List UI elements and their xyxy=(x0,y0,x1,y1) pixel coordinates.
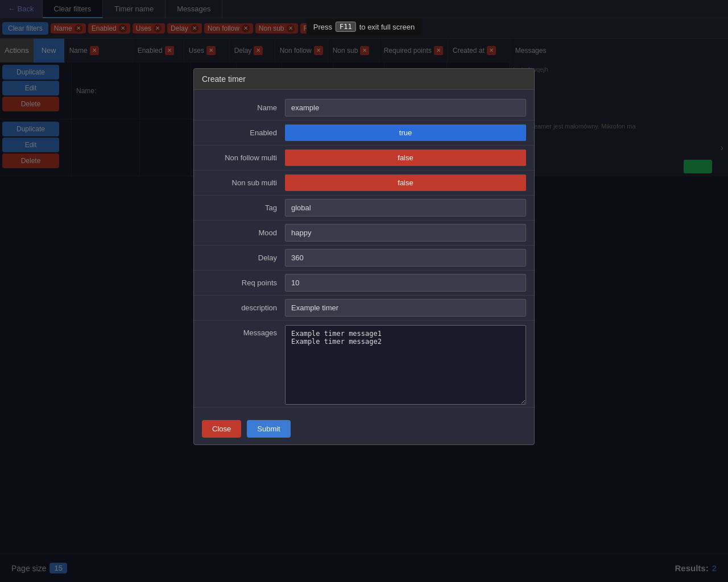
submit-button[interactable]: Submit xyxy=(247,420,290,438)
form-row-non-follow-multi: Non follow multi false xyxy=(194,146,534,171)
toggle-enabled[interactable]: true xyxy=(285,124,526,141)
form-row-req-points: Req points xyxy=(194,271,534,296)
form-row-delay: Delay xyxy=(194,246,534,271)
control-name xyxy=(285,99,526,117)
f11-key: F11 xyxy=(336,22,356,32)
control-tag xyxy=(285,199,526,217)
label-enabled: Enabled xyxy=(194,128,285,137)
label-name: Name xyxy=(194,103,285,112)
label-req-points: Req points xyxy=(194,278,285,287)
input-mood[interactable] xyxy=(285,224,526,242)
label-delay: Delay xyxy=(194,253,285,262)
modal-footer: Close Submit xyxy=(194,413,534,444)
form-row-non-sub-multi: Non sub multi false xyxy=(194,171,534,196)
control-mood xyxy=(285,224,526,242)
label-tag: Tag xyxy=(194,203,285,212)
control-description xyxy=(285,299,526,317)
control-non-sub-multi: false xyxy=(285,174,526,191)
form-row-enabled: Enabled true xyxy=(194,120,534,146)
form-row-tag: Tag xyxy=(194,196,534,221)
modal-body: Name Enabled true Non follow multi false… xyxy=(194,90,534,413)
label-mood: Mood xyxy=(194,228,285,237)
create-timer-modal: Create timer Name Enabled true Non follo… xyxy=(193,68,535,445)
input-delay[interactable] xyxy=(285,249,526,267)
fullscreen-notice: Press F11 to exit full screen xyxy=(307,18,421,35)
input-description[interactable] xyxy=(285,299,526,317)
form-row-mood: Mood xyxy=(194,221,534,246)
notice-suffix: to exit full screen xyxy=(359,23,415,31)
textarea-messages[interactable]: Example timer message1 Example timer mes… xyxy=(285,325,526,405)
form-row-messages: Messages Example timer message1 Example … xyxy=(194,321,534,408)
input-tag[interactable] xyxy=(285,199,526,217)
modal-title: Create timer xyxy=(194,69,534,90)
label-non-sub-multi: Non sub multi xyxy=(194,178,285,187)
close-button[interactable]: Close xyxy=(202,420,241,438)
label-messages: Messages xyxy=(194,325,285,337)
control-delay xyxy=(285,249,526,267)
notice-prefix: Press xyxy=(313,23,332,31)
form-row-description: description xyxy=(194,296,534,321)
control-enabled: true xyxy=(285,124,526,141)
input-name[interactable] xyxy=(285,99,526,117)
form-row-name: Name xyxy=(194,95,534,120)
input-req-points[interactable] xyxy=(285,274,526,292)
label-description: description xyxy=(194,304,285,312)
label-non-follow-multi: Non follow multi xyxy=(194,153,285,162)
control-req-points xyxy=(285,274,526,292)
toggle-non-sub-multi[interactable]: false xyxy=(285,174,526,191)
toggle-non-follow-multi[interactable]: false xyxy=(285,149,526,166)
control-messages: Example timer message1 Example timer mes… xyxy=(285,325,526,407)
control-non-follow-multi: false xyxy=(285,149,526,166)
